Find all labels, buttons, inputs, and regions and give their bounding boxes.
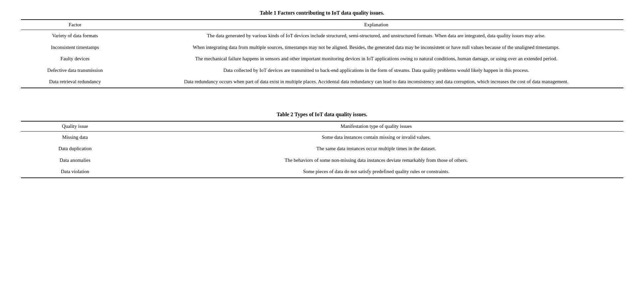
table1-factor-cell: Data retrieval redundancy [21,76,129,88]
table2-col-issue: Quality issue [21,121,129,132]
table2-manifestation-cell: The same data instances occur multiple t… [129,143,623,154]
table1-factor-cell: Defective data transmission [21,65,129,76]
table1-explanation-cell: The data generated by various kinds of I… [129,30,623,42]
table1-factor-cell: Inconsistent timestamps [21,42,129,53]
table2-manifestation-cell: Some data instances contain missing or i… [129,131,623,143]
table-row: Data retrieval redundancyData redundancy… [21,76,623,88]
page-wrapper: Table 1 Factors contributing to IoT data… [14,7,630,195]
table2-title: Table 2 Types of IoT data quality issues… [21,112,623,118]
table2-col-manifestation: Manifestation type of quality issues [129,121,623,132]
table2-issue-cell: Missing data [21,131,129,143]
table1-explanation-cell: When integrating data from multiple sour… [129,42,623,53]
table1-factor-cell: Variety of data formats [21,30,129,42]
table-row: Inconsistent timestampsWhen integrating … [21,42,623,53]
table1-title: Table 1 Factors contributing to IoT data… [21,10,623,16]
table2-issue-cell: Data violation [21,166,129,178]
table-row: Data violationSome pieces of data do not… [21,166,623,178]
table1: Factor Explanation Variety of data forma… [21,19,623,88]
table2: Quality issue Manifestation type of qual… [21,121,623,178]
table1-col-explanation: Explanation [129,20,623,30]
table2-manifestation-cell: Some pieces of data do not satisfy prede… [129,166,623,178]
table-row: Variety of data formatsThe data generate… [21,30,623,42]
table2-manifestation-cell: The behaviors of some non-missing data i… [129,154,623,166]
table-row: Faulty devicesThe mechanical failure hap… [21,53,623,65]
table1-explanation-cell: Data collected by IoT devices are transm… [129,65,623,76]
table-row: Data duplicationThe same data instances … [21,143,623,154]
table2-issue-cell: Data duplication [21,143,129,154]
table-row: Data anomaliesThe behaviors of some non-… [21,154,623,166]
table-spacer [21,102,623,112]
table-row: Missing dataSome data instances contain … [21,131,623,143]
table2-issue-cell: Data anomalies [21,154,129,166]
table1-factor-cell: Faulty devices [21,53,129,65]
table1-explanation-cell: The mechanical failure happens in sensor… [129,53,623,65]
table-row: Defective data transmissionData collecte… [21,65,623,76]
table1-col-factor: Factor [21,20,129,30]
table1-explanation-cell: Data redundancy occurs when part of data… [129,76,623,88]
